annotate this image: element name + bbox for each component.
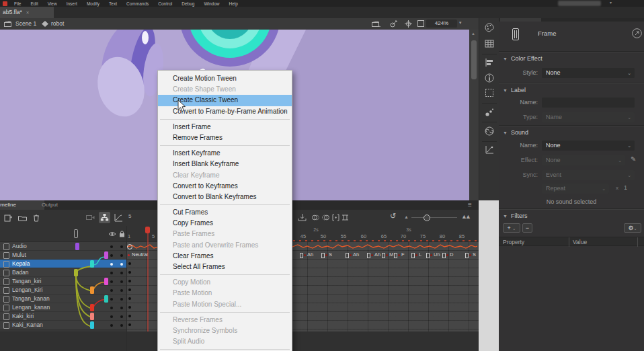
- menu-modify[interactable]: Modify: [87, 1, 99, 6]
- section-label[interactable]: ▼Label: [503, 87, 526, 93]
- panel-menu-icon[interactable]: ≡: [462, 200, 477, 210]
- breadcrumb-scene[interactable]: Scene 1: [15, 20, 36, 27]
- timeline-zoom-slider[interactable]: [411, 217, 457, 218]
- label-name-input[interactable]: [542, 98, 635, 108]
- menu-insert[interactable]: Insert: [67, 1, 77, 6]
- scrollbar-thumb[interactable]: [471, 40, 477, 79]
- timeline-zoom-knob[interactable]: [424, 214, 430, 221]
- layer-row-tangan-kanan[interactable]: Tangan_kanan: [0, 295, 126, 303]
- parent-strip[interactable]: [90, 260, 94, 268]
- keyframe-dot[interactable]: [128, 297, 131, 300]
- show-parenting-view-button[interactable]: [99, 212, 110, 223]
- user-account-area[interactable]: [558, 1, 601, 6]
- menu-item-cut-frames[interactable]: Cut Frames: [158, 207, 292, 218]
- parent-strip[interactable]: [75, 243, 79, 250]
- swatches-icon[interactable]: [485, 39, 494, 48]
- keyframe-dot[interactable]: [128, 306, 131, 309]
- clip-center-icon[interactable]: [405, 20, 412, 28]
- keyframe-dot[interactable]: [128, 280, 131, 282]
- scene-clapper-icon[interactable]: [4, 21, 11, 27]
- menu-control[interactable]: Control: [158, 1, 172, 6]
- camera-icon[interactable]: [86, 214, 95, 221]
- export-frames-icon[interactable]: [298, 213, 307, 221]
- lock-icon[interactable]: [119, 231, 125, 237]
- parent-strip[interactable]: [90, 321, 94, 329]
- stage-scrollbar[interactable]: ▲: [469, 30, 479, 200]
- menu-file[interactable]: File: [14, 1, 21, 6]
- tab-output[interactable]: Output: [36, 200, 63, 210]
- menu-item-copy-frames[interactable]: Copy Frames: [158, 218, 292, 229]
- keyframe-dot[interactable]: [128, 323, 131, 326]
- keyframe-dot[interactable]: [128, 271, 131, 274]
- menu-item-remove-frames[interactable]: Remove Frames: [158, 132, 292, 143]
- delete-layer-icon[interactable]: [33, 214, 40, 222]
- section-sound[interactable]: ▼Sound: [503, 129, 528, 136]
- close-tab-icon[interactable]: ×: [26, 9, 30, 15]
- menu-item-insert-frame[interactable]: Insert Frame: [158, 122, 292, 132]
- menu-item-insert-keyframe[interactable]: Insert Keyframe: [158, 148, 292, 159]
- motion-editor-icon[interactable]: [485, 145, 494, 155]
- menu-edit[interactable]: Edit: [30, 1, 38, 6]
- filter-options-button[interactable]: ⚙⌄: [624, 223, 641, 233]
- layer-row-mulut[interactable]: Mulut: [0, 251, 126, 260]
- layer-row-tangan-kiri[interactable]: Tangan_kiri: [0, 277, 126, 286]
- menu-item-clear-frames[interactable]: Clear Frames: [158, 251, 292, 262]
- edit-multiple-frames-icon[interactable]: [332, 214, 339, 221]
- marker-range-icon[interactable]: [341, 214, 349, 221]
- keyframe-dot[interactable]: [128, 315, 131, 317]
- keyframe-dot[interactable]: [128, 288, 131, 291]
- clip-bounds-icon[interactable]: [417, 20, 424, 27]
- new-layer-icon[interactable]: [4, 214, 12, 222]
- menu-debug[interactable]: Debug: [182, 1, 194, 6]
- parent-strip[interactable]: [104, 278, 108, 285]
- document-tab[interactable]: ab5.fla*×: [0, 7, 54, 18]
- menu-item-insert-blank-keyframe[interactable]: Insert Blank Keyframe: [158, 159, 292, 169]
- edit-sound-envelope-icon[interactable]: ✎: [631, 155, 636, 163]
- menu-text[interactable]: Text: [109, 1, 117, 6]
- new-folder-icon[interactable]: [18, 214, 27, 221]
- circular-arrow-icon[interactable]: [632, 28, 642, 38]
- menu-item-convert-to-blank-keyframes[interactable]: Convert to Blank Keyframes: [158, 192, 292, 202]
- zoom-in-timeline-icon[interactable]: ▲▲: [461, 213, 469, 220]
- section-color-effect[interactable]: ▼Color Effect: [503, 55, 542, 62]
- loop-playback-icon[interactable]: ↺: [390, 212, 396, 221]
- menu-help[interactable]: Help: [229, 1, 238, 6]
- info-icon[interactable]: [485, 73, 494, 83]
- menu-window[interactable]: Window: [204, 1, 219, 6]
- menu-view[interactable]: View: [48, 1, 57, 6]
- parent-strip[interactable]: [90, 313, 94, 320]
- menu-item-create-motion-tween[interactable]: Create Motion Tween: [158, 73, 292, 84]
- chevron-down-icon[interactable]: ▾: [459, 20, 462, 26]
- color-palette-icon[interactable]: [485, 23, 494, 32]
- parent-strip[interactable]: [104, 251, 108, 259]
- onion-skin-icon[interactable]: [312, 214, 319, 221]
- parent-strip[interactable]: [74, 269, 78, 276]
- menu-item-convert-to-keyframes[interactable]: Convert to Keyframes: [158, 181, 292, 192]
- creative-cloud-icon[interactable]: [485, 126, 494, 136]
- edit-scene-icon[interactable]: [372, 21, 380, 27]
- eye-visibility-icon[interactable]: [108, 231, 116, 237]
- transform-icon[interactable]: [485, 88, 494, 98]
- keyframe-dot[interactable]: [128, 262, 131, 265]
- menu-item-select-all-frames[interactable]: Select All Frames: [158, 262, 292, 272]
- parent-strip[interactable]: [104, 295, 108, 303]
- scroll-up-icon[interactable]: ▲: [471, 32, 475, 36]
- onion-skin-outline-icon[interactable]: [322, 214, 329, 221]
- menu-commands[interactable]: Commands: [126, 1, 149, 6]
- remove-filter-button[interactable]: −: [522, 223, 532, 233]
- section-filters[interactable]: ▼Filters: [503, 212, 527, 219]
- breadcrumb-symbol[interactable]: robot: [51, 20, 64, 27]
- zoom-level-select[interactable]: 424%: [426, 20, 457, 28]
- parent-strip[interactable]: [90, 304, 94, 311]
- graph-view-icon[interactable]: [114, 213, 123, 222]
- style-select[interactable]: None⌄: [542, 68, 635, 78]
- add-filter-button[interactable]: + ⌄: [503, 223, 520, 233]
- zoom-out-timeline-icon[interactable]: ▲: [404, 214, 409, 219]
- align-icon[interactable]: [485, 58, 494, 67]
- parent-strip[interactable]: [90, 286, 94, 294]
- brush-particles-icon[interactable]: [485, 108, 494, 117]
- rotation-tilt-icon[interactable]: [390, 20, 397, 28]
- audio-keyframe-hollow[interactable]: [127, 244, 132, 249]
- playhead[interactable]: [145, 227, 150, 233]
- loop-count-value[interactable]: 1: [624, 184, 627, 191]
